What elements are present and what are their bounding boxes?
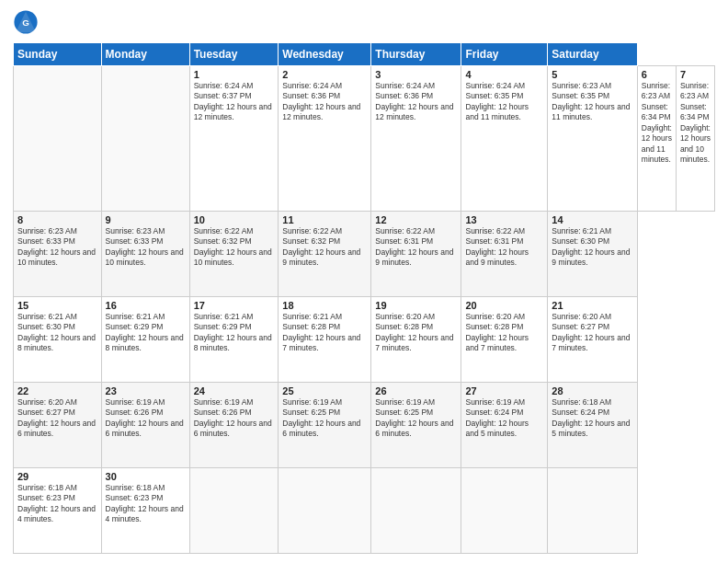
- weekday-header: Sunday: [14, 43, 102, 66]
- weekday-header: Thursday: [371, 43, 461, 66]
- day-number: 1: [194, 69, 275, 80]
- day-number: 24: [194, 385, 275, 396]
- weekday-header: Friday: [461, 43, 548, 66]
- empty-cell: [189, 467, 279, 553]
- calendar-week: 29Sunrise: 6:18 AMSunset: 6:23 PMDayligh…: [14, 467, 715, 553]
- header-row: SundayMondayTuesdayWednesdayThursdayFrid…: [14, 43, 715, 66]
- page: G SundayMondayTuesdayWednesdayThursdayFr…: [0, 0, 728, 563]
- day-number: 2: [282, 69, 367, 80]
- calendar-body: 1Sunrise: 6:24 AMSunset: 6:37 PMDaylight…: [14, 66, 715, 554]
- calendar-day: 24Sunrise: 6:19 AMSunset: 6:26 PMDayligh…: [189, 382, 279, 467]
- svg-text:G: G: [22, 17, 29, 28]
- calendar-day: 9Sunrise: 6:23 AMSunset: 6:33 PMDaylight…: [101, 211, 189, 296]
- day-number: 23: [106, 385, 186, 396]
- day-number: 22: [17, 385, 97, 396]
- day-number: 28: [552, 385, 632, 396]
- day-info: Sunrise: 6:22 AMSunset: 6:32 PMDaylight:…: [194, 226, 272, 267]
- calendar-day: 7Sunrise: 6:23 AMSunset: 6:34 PMDaylight…: [676, 66, 714, 212]
- day-info: Sunrise: 6:23 AMSunset: 6:33 PMDaylight:…: [17, 226, 96, 267]
- calendar-day: 5Sunrise: 6:23 AMSunset: 6:35 PMDaylight…: [548, 66, 637, 212]
- calendar-day: 6Sunrise: 6:23 AMSunset: 6:34 PMDaylight…: [637, 66, 676, 212]
- day-info: Sunrise: 6:18 AMSunset: 6:23 PMDaylight:…: [106, 483, 184, 523]
- day-info: Sunrise: 6:19 AMSunset: 6:24 PMDaylight:…: [465, 397, 529, 438]
- day-number: 9: [106, 214, 186, 225]
- weekday-header: Monday: [101, 43, 189, 66]
- day-info: Sunrise: 6:21 AMSunset: 6:28 PMDaylight:…: [282, 312, 360, 352]
- calendar-day: 29Sunrise: 6:18 AMSunset: 6:23 PMDayligh…: [14, 467, 102, 553]
- calendar-day: 21Sunrise: 6:20 AMSunset: 6:27 PMDayligh…: [548, 296, 637, 382]
- calendar-week: 1Sunrise: 6:24 AMSunset: 6:37 PMDaylight…: [14, 66, 715, 212]
- day-number: 15: [17, 300, 97, 311]
- day-number: 7: [680, 69, 711, 80]
- day-info: Sunrise: 6:21 AMSunset: 6:29 PMDaylight:…: [106, 312, 184, 352]
- calendar-week: 15Sunrise: 6:21 AMSunset: 6:30 PMDayligh…: [14, 296, 715, 382]
- day-info: Sunrise: 6:19 AMSunset: 6:25 PMDaylight:…: [282, 397, 360, 438]
- day-number: 6: [642, 69, 672, 80]
- calendar-day: 26Sunrise: 6:19 AMSunset: 6:25 PMDayligh…: [371, 382, 461, 467]
- day-number: 30: [106, 471, 186, 482]
- calendar-day: 22Sunrise: 6:20 AMSunset: 6:27 PMDayligh…: [14, 382, 102, 467]
- calendar-week: 22Sunrise: 6:20 AMSunset: 6:27 PMDayligh…: [14, 382, 715, 467]
- day-number: 17: [194, 300, 275, 311]
- weekday-header: Tuesday: [189, 43, 279, 66]
- day-number: 20: [465, 300, 543, 311]
- day-number: 13: [465, 214, 543, 225]
- day-number: 14: [552, 214, 632, 225]
- calendar-day: 18Sunrise: 6:21 AMSunset: 6:28 PMDayligh…: [279, 296, 371, 382]
- day-number: 5: [552, 69, 632, 80]
- calendar-day: 1Sunrise: 6:24 AMSunset: 6:37 PMDaylight…: [189, 66, 279, 212]
- day-info: Sunrise: 6:24 AMSunset: 6:35 PMDaylight:…: [465, 81, 529, 121]
- calendar-day: 19Sunrise: 6:20 AMSunset: 6:28 PMDayligh…: [371, 296, 461, 382]
- day-info: Sunrise: 6:21 AMSunset: 6:30 PMDaylight:…: [552, 226, 630, 267]
- calendar-day: 10Sunrise: 6:22 AMSunset: 6:32 PMDayligh…: [189, 211, 279, 296]
- day-number: 21: [552, 300, 632, 311]
- calendar: SundayMondayTuesdayWednesdayThursdayFrid…: [13, 42, 715, 554]
- day-number: 8: [17, 214, 97, 225]
- logo: G: [13, 9, 44, 35]
- day-number: 10: [194, 214, 275, 225]
- day-number: 11: [282, 214, 367, 225]
- logo-icon: G: [13, 9, 39, 35]
- day-info: Sunrise: 6:20 AMSunset: 6:28 PMDaylight:…: [375, 312, 453, 352]
- day-info: Sunrise: 6:23 AMSunset: 6:34 PMDaylight:…: [642, 81, 672, 164]
- calendar-table: SundayMondayTuesdayWednesdayThursdayFrid…: [13, 42, 715, 554]
- day-info: Sunrise: 6:24 AMSunset: 6:36 PMDaylight:…: [375, 81, 453, 121]
- day-info: Sunrise: 6:21 AMSunset: 6:29 PMDaylight:…: [194, 312, 272, 352]
- day-info: Sunrise: 6:20 AMSunset: 6:28 PMDaylight:…: [465, 312, 529, 352]
- day-info: Sunrise: 6:24 AMSunset: 6:37 PMDaylight:…: [194, 81, 272, 121]
- calendar-day: 15Sunrise: 6:21 AMSunset: 6:30 PMDayligh…: [14, 296, 102, 382]
- day-number: 19: [375, 300, 457, 311]
- calendar-day: 30Sunrise: 6:18 AMSunset: 6:23 PMDayligh…: [101, 467, 189, 553]
- calendar-day: 13Sunrise: 6:22 AMSunset: 6:31 PMDayligh…: [461, 211, 548, 296]
- day-info: Sunrise: 6:23 AMSunset: 6:33 PMDaylight:…: [106, 226, 184, 267]
- calendar-day: 4Sunrise: 6:24 AMSunset: 6:35 PMDaylight…: [461, 66, 548, 212]
- empty-cell: [371, 467, 461, 553]
- weekday-header: Saturday: [548, 43, 637, 66]
- day-number: 29: [17, 471, 97, 482]
- calendar-day: 23Sunrise: 6:19 AMSunset: 6:26 PMDayligh…: [101, 382, 189, 467]
- calendar-day: 3Sunrise: 6:24 AMSunset: 6:36 PMDaylight…: [371, 66, 461, 212]
- day-info: Sunrise: 6:22 AMSunset: 6:32 PMDaylight:…: [282, 226, 360, 267]
- day-info: Sunrise: 6:20 AMSunset: 6:27 PMDaylight:…: [552, 312, 630, 352]
- calendar-day: 14Sunrise: 6:21 AMSunset: 6:30 PMDayligh…: [548, 211, 637, 296]
- calendar-day: 12Sunrise: 6:22 AMSunset: 6:31 PMDayligh…: [371, 211, 461, 296]
- day-info: Sunrise: 6:22 AMSunset: 6:31 PMDaylight:…: [375, 226, 453, 267]
- day-number: 16: [106, 300, 186, 311]
- day-number: 12: [375, 214, 457, 225]
- calendar-week: 8Sunrise: 6:23 AMSunset: 6:33 PMDaylight…: [14, 211, 715, 296]
- calendar-day: 17Sunrise: 6:21 AMSunset: 6:29 PMDayligh…: [189, 296, 279, 382]
- empty-cell: [461, 467, 548, 553]
- header: G: [13, 9, 715, 35]
- weekday-header: Wednesday: [279, 43, 371, 66]
- day-number: 4: [465, 69, 543, 80]
- calendar-day: 20Sunrise: 6:20 AMSunset: 6:28 PMDayligh…: [461, 296, 548, 382]
- empty-cell: [279, 467, 371, 553]
- calendar-header: SundayMondayTuesdayWednesdayThursdayFrid…: [14, 43, 715, 66]
- day-info: Sunrise: 6:18 AMSunset: 6:23 PMDaylight:…: [17, 483, 96, 523]
- calendar-day: 27Sunrise: 6:19 AMSunset: 6:24 PMDayligh…: [461, 382, 548, 467]
- calendar-day: 11Sunrise: 6:22 AMSunset: 6:32 PMDayligh…: [279, 211, 371, 296]
- day-info: Sunrise: 6:20 AMSunset: 6:27 PMDaylight:…: [17, 397, 96, 438]
- day-number: 26: [375, 385, 457, 396]
- day-info: Sunrise: 6:22 AMSunset: 6:31 PMDaylight:…: [465, 226, 529, 267]
- calendar-day: 16Sunrise: 6:21 AMSunset: 6:29 PMDayligh…: [101, 296, 189, 382]
